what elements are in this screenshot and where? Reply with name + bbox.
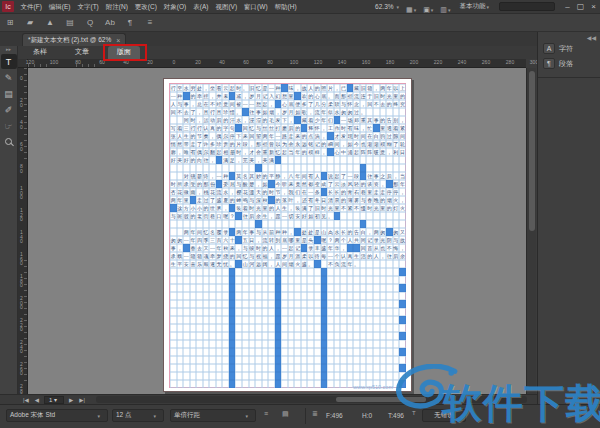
grid-row	[170, 268, 406, 276]
incopy-logo-icon: Ic	[2, 1, 14, 12]
open-folder-icon[interactable]: ▰	[20, 18, 40, 27]
panel-button-段落[interactable]: ¶段落	[538, 56, 600, 71]
menu-视图V[interactable]: 视图(V)	[212, 0, 241, 13]
horizontal-scrollbar[interactable]	[96, 396, 527, 403]
sticky-note-tool[interactable]: ▤	[1, 86, 17, 101]
menu-附注N[interactable]: 附注(N)	[102, 0, 131, 13]
document-canvas[interactable]: 行至水穷处，坐看云起时。旧忆是一种味，故人的照片，已藏旧箱，两年以上一种的牵挂，…	[28, 68, 526, 394]
incopy-window: Ic 文件(F)编辑(E)文字(T)附注(N)更改(C)对象(O)表(A)视图(…	[0, 0, 600, 428]
chevron-down-icon[interactable]: ▾	[414, 7, 417, 13]
menu-帮助H[interactable]: 帮助(H)	[271, 0, 300, 13]
vertical-ruler[interactable]: 020406080100120140160180200220240260280	[18, 68, 28, 394]
minimize-button[interactable]: –	[561, 0, 574, 13]
zoom-tool[interactable]	[1, 134, 17, 149]
menu-更改C[interactable]: 更改(C)	[131, 0, 160, 13]
grid-row	[170, 284, 406, 292]
v-ruler-label: 100	[18, 186, 25, 200]
error-status-badge[interactable]: 无错误	[422, 409, 466, 422]
font-size-select[interactable]: 12 点 ▾	[112, 409, 164, 422]
type-tool[interactable]: T	[1, 54, 17, 69]
copyfit-fit-value: F:496	[326, 412, 343, 419]
grid-row: 廓，唯有偶尔翻起相册时，才会重新忆起当年的模样，心中涌起阵阵暖意，利日	[170, 148, 406, 156]
note-tool[interactable]: ✎	[1, 70, 17, 85]
vertical-scrollbar-thumb[interactable]	[529, 71, 535, 231]
panel-dock-items: A字符¶段落	[538, 41, 600, 71]
screen-mode-icon[interactable]: ▣	[423, 6, 430, 13]
h-ruler-label: 80	[267, 59, 273, 65]
menu-文字T[interactable]: 文字(T)	[74, 0, 102, 13]
status-divider	[305, 408, 306, 424]
error-status-label: 无错误	[434, 411, 454, 420]
notes-icon[interactable]: ¶	[120, 18, 140, 27]
copyfit-t-value: T:496	[388, 412, 404, 419]
h-ruler-label: 240	[458, 59, 466, 65]
chevron-down-icon[interactable]: ▾	[448, 7, 451, 13]
grid-row: 写着三行行认真的字句回忆与丝丝打磨后的释怀，工作时有味，忙里透着紧	[170, 124, 406, 132]
menu-窗口W[interactable]: 窗口(W)	[241, 0, 271, 13]
grid-row: 两年间忆名覆录两年事与从前种种，处处是山高水长的告白，两匆匆又	[170, 228, 406, 236]
overset-icon: T	[412, 410, 416, 416]
v-ruler-label: 260	[18, 362, 25, 376]
close-icon[interactable]: ×	[116, 37, 120, 44]
text-grid[interactable]: 行至水穷处，坐看云起时。旧忆是一种味，故人的照片，已藏旧箱，两年以上一种的牵挂，…	[170, 84, 406, 388]
view-options-icon[interactable]: ≡	[140, 18, 160, 27]
view-tab-文章[interactable]: 文章	[66, 46, 98, 59]
bridge-icon[interactable]: ▲	[40, 18, 60, 27]
workspace-switcher[interactable]: 基本功能	[459, 2, 485, 11]
search-input[interactable]	[499, 2, 555, 11]
h-ruler-label: 220	[434, 59, 442, 65]
grid-row	[170, 324, 406, 332]
character-panel-icon: A	[543, 43, 555, 54]
leading-select[interactable]: 单倍行距 ▾	[170, 409, 256, 422]
menu-编辑E[interactable]: 编辑(E)	[45, 0, 74, 13]
h-ruler-label: 200	[410, 59, 418, 65]
spellcheck-icon[interactable]: Ab	[100, 18, 120, 27]
chevron-down-icon[interactable]: ▾	[397, 4, 400, 10]
view-tab-条样[interactable]: 条样	[24, 46, 56, 59]
vertical-scrollbar[interactable]	[526, 68, 536, 394]
menu-文件F[interactable]: 文件(F)	[17, 0, 45, 13]
last-page-button[interactable]: ▶|	[76, 397, 88, 403]
panel-button-label: 段落	[559, 59, 573, 69]
view-options-icon[interactable]: ▦	[406, 6, 413, 13]
h-ruler-label: 180	[386, 59, 394, 65]
arrange-documents-icon[interactable]: ▥	[440, 6, 447, 13]
grid-row: 杏花微雨，桃花流水，樱花漫天的时节，我们在一条长长的青石巷里走走停停，	[170, 188, 406, 196]
previous-page-button[interactable]: ◀	[32, 397, 42, 403]
list-view-icon[interactable]: ≡	[264, 410, 268, 417]
next-page-button[interactable]: ▶	[66, 397, 76, 403]
hand-tool[interactable]: ☞	[1, 118, 17, 133]
grid-row	[170, 164, 406, 172]
grid-row	[170, 340, 406, 348]
font-family-select[interactable]: Adobe 宋体 Std ▾	[6, 409, 108, 422]
chevron-down-icon[interactable]: ▾	[486, 4, 489, 10]
search-icon[interactable]: Q	[80, 18, 100, 27]
page[interactable]: 行至水穷处，坐看云起时。旧忆是一种味，故人的照片，已藏旧箱，两年以上一种的牵挂，…	[163, 78, 412, 392]
new-doc-icon[interactable]: ⊞	[0, 18, 20, 27]
zoom-level-select[interactable]: 62.3%	[375, 3, 393, 10]
restore-button[interactable]: ▢	[574, 0, 587, 13]
expand-panels-icon[interactable]: ◀◀	[538, 32, 600, 41]
tools-panel-header[interactable]: ▸▸	[0, 46, 17, 53]
leading-value: 单倍行距	[174, 411, 200, 420]
chevron-down-icon[interactable]: ▾	[431, 7, 434, 13]
copyfit-icon: ≣	[312, 410, 318, 418]
page-number-select[interactable]: 1 ▾	[44, 396, 64, 404]
menu-对象O[interactable]: 对象(O)	[160, 0, 189, 13]
grid-row	[170, 220, 406, 228]
grid-row: 生平安喜乐顺遂无忧。山河远阔，人间烟火盛。不负流年。	[170, 260, 406, 268]
h-ruler-label: 100	[290, 59, 298, 65]
print-icon[interactable]: ▤	[60, 18, 80, 27]
v-ruler-label: 20	[18, 98, 25, 107]
close-button[interactable]: ×	[587, 0, 600, 13]
horizontal-scrollbar-thumb[interactable]	[336, 397, 426, 402]
grid-row	[170, 308, 406, 316]
info-view-icon[interactable]: ▤	[282, 410, 289, 418]
grid-row: 两年里走过了盛夏的蝉鸣与深秋的落叶，还有冬日清晨的薄雾与春晚的烟火，	[170, 196, 406, 204]
h-ruler-label: 20	[195, 59, 201, 65]
menu-表A[interactable]: 表(A)	[190, 0, 212, 13]
first-page-button[interactable]: |◀	[20, 397, 32, 403]
grid-row	[170, 292, 406, 300]
panel-button-字符[interactable]: A字符	[538, 41, 600, 56]
eyedropper-tool[interactable]: ✐	[1, 102, 17, 117]
